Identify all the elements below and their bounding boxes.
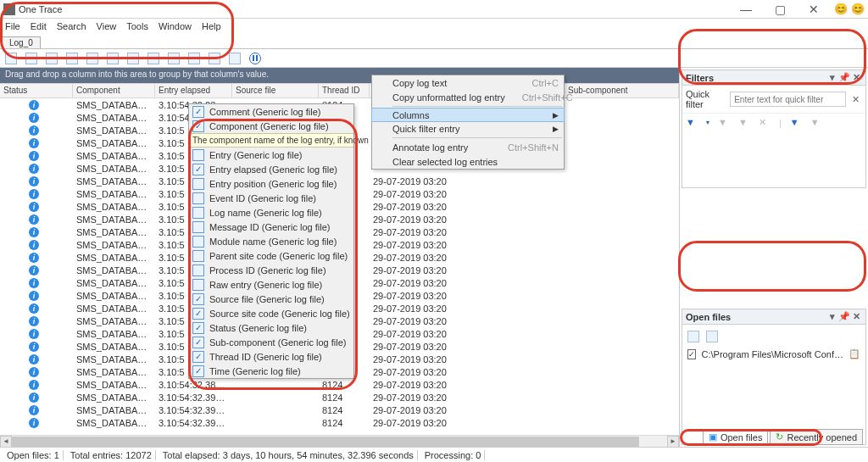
horizontal-scrollbar[interactable]: ◄ ► [0, 435, 679, 447]
toolbar-btn[interactable] [5, 53, 17, 64]
column-toggle-item[interactable]: ✓Entry elapsed (Generic log file) [189, 162, 353, 176]
column-toggle-item[interactable]: ✓Component (Generic log file) [189, 119, 353, 133]
emoji-icon: 😊 [834, 3, 848, 15]
scroll-thumb[interactable] [12, 437, 639, 447]
pause-icon[interactable] [249, 53, 261, 64]
panel-dropdown-icon[interactable]: ▾ [826, 72, 838, 83]
menu-help[interactable]: Help [202, 21, 221, 31]
column-header-row: Status Component Entry elapsed Source fi… [0, 83, 679, 98]
column-toggle-item[interactable]: Parent site code (Generic log file) [189, 248, 353, 263]
toolbar-btn[interactable] [168, 53, 180, 64]
close-button[interactable]: ✕ [797, 1, 831, 18]
toolbar-btn[interactable] [86, 53, 98, 64]
toolbar-btn[interactable] [66, 53, 78, 64]
filter-prev-icon[interactable]: ▼ [718, 117, 730, 129]
toolbar-btn[interactable] [127, 53, 139, 64]
panel-dropdown-icon[interactable]: ▾ [826, 311, 838, 322]
tab-log0[interactable]: Log_0 [2, 36, 41, 48]
table-row[interactable]: iSMS_DATABASE_NO…3.10:54:32.387000081242… [0, 378, 679, 391]
column-toggle-item[interactable]: Event ID (Generic log file) [189, 191, 353, 205]
info-icon: i [29, 278, 39, 288]
filter-icon[interactable]: ▼ [686, 117, 698, 129]
column-toggle-item[interactable]: Message ID (Generic log file) [189, 220, 353, 234]
filter-icon[interactable]: ▼ [790, 117, 802, 129]
column-toggle-item[interactable]: ✓Comment (Generic log file) [189, 104, 353, 119]
filter-next-icon[interactable]: ▼ [738, 117, 750, 129]
info-icon: i [29, 100, 39, 110]
filters-panel: Filters ▾ 📌 ✕ Quick filter ✕ ▼▾ ▼ ▼ ✕ | … [682, 70, 866, 188]
column-toggle-item[interactable]: Process ID (Generic log file) [189, 263, 353, 277]
info-icon: i [29, 367, 39, 377]
maximize-button[interactable]: ▢ [763, 1, 797, 18]
openfiles-toolbar-btn[interactable] [687, 331, 699, 342]
table-row[interactable]: iSMS_DATABASE_NO…3.10:54:32.393000081242… [0, 404, 679, 416]
column-toggle-item[interactable]: ✓Source file (Generic log file) [189, 292, 353, 306]
btab-open-files[interactable]: ▣Open files [703, 429, 769, 445]
scroll-left-icon[interactable]: ◄ [0, 436, 12, 448]
toolbar-btn[interactable] [107, 53, 119, 64]
clear-filter-icon[interactable]: ✕ [849, 94, 862, 105]
menu-search[interactable]: Search [57, 21, 86, 31]
status-total-entries: Total entries: 12072 [67, 450, 156, 460]
quickfilter-input[interactable] [730, 92, 846, 107]
info-icon: i [29, 329, 39, 339]
copy-icon[interactable]: 📋 [849, 348, 860, 359]
menu-window[interactable]: Window [159, 21, 192, 31]
toolbar [0, 49, 868, 68]
panel-pin-icon[interactable]: 📌 [838, 311, 850, 322]
column-toggle-item[interactable]: ✓Thread ID (Generic log file) [189, 349, 353, 364]
filter-icon[interactable]: ▼ [810, 117, 822, 129]
column-toggle-item[interactable]: Raw entry (Generic log file) [189, 277, 353, 292]
columns-submenu[interactable]: ✓Comment (Generic log file)✓Component (G… [188, 103, 354, 379]
toolbar-btn[interactable] [147, 53, 159, 64]
menu-file[interactable]: File [5, 21, 20, 31]
col-source-file[interactable]: Source file [232, 84, 319, 97]
col-entry-elapsed[interactable]: Entry elapsed [155, 84, 232, 97]
menu-edit[interactable]: Edit [31, 21, 47, 31]
btab-recently-opened[interactable]: ↻Recently opened [770, 429, 863, 445]
menu-item[interactable]: Quick filter entry▶ [372, 121, 564, 136]
info-icon: i [29, 303, 39, 314]
toolbar-btn[interactable] [209, 53, 220, 64]
status-open-files: Open files: 1 [3, 450, 64, 460]
column-toggle-item[interactable]: ✓Source site code (Generic log file) [189, 306, 353, 320]
status-processing: Processing: 0 [421, 450, 486, 460]
group-bar[interactable]: Drag and drop a column into this area to… [0, 68, 679, 83]
col-sub-component[interactable]: Sub-component [565, 84, 679, 97]
toolbar-btn[interactable] [229, 53, 241, 64]
openfile-path: C:\Program Files\Microsoft Configurati… [701, 349, 843, 359]
openfile-row[interactable]: ✓ C:\Program Files\Microsoft Configurati… [686, 345, 862, 363]
panel-close-icon[interactable]: ✕ [850, 311, 862, 322]
column-toggle-item[interactable]: ✓Status (Generic log file) [189, 320, 353, 335]
col-thread-id[interactable]: Thread ID [319, 84, 370, 97]
col-component[interactable]: Component [73, 84, 155, 97]
menu-item: Annotate log entryCtrl+Shift+N [372, 140, 564, 154]
menu-view[interactable]: View [97, 21, 117, 31]
column-toggle-item[interactable]: Log name (Generic log file) [189, 205, 353, 220]
menu-item[interactable]: Columns▶ [371, 108, 565, 122]
info-icon: i [29, 342, 39, 352]
minimize-button[interactable]: — [729, 1, 763, 18]
info-icon: i [29, 214, 39, 225]
table-row[interactable]: iSMS_DATABASE_NO…3.10:54:32.390000081242… [0, 391, 679, 404]
column-toggle-item[interactable]: Module name (Generic log file) [189, 234, 353, 248]
info-icon: i [29, 189, 39, 199]
column-toggle-item[interactable]: Entry (Generic log file) [189, 148, 353, 162]
checkbox-icon[interactable]: ✓ [687, 349, 696, 359]
toolbar-btn[interactable] [46, 53, 58, 64]
panel-close-icon[interactable]: ✕ [850, 72, 862, 83]
openfiles-toolbar-btn[interactable] [706, 331, 718, 342]
menu-tools[interactable]: Tools [126, 21, 148, 31]
filter-clear-icon[interactable]: ✕ [759, 117, 771, 129]
table-row[interactable]: iSMS_DATABASE_NO…3.10:54:32.396000081242… [0, 416, 679, 429]
scroll-right-icon[interactable]: ► [667, 436, 679, 448]
context-menu[interactable]: Copy log textCtrl+CCopy unformatted log … [371, 75, 565, 170]
column-toggle-item[interactable]: ✓Sub-component (Generic log file) [189, 335, 353, 349]
column-toggle-item[interactable]: ✓Time (Generic log file) [189, 364, 353, 378]
col-status[interactable]: Status [0, 84, 73, 97]
toolbar-btn[interactable] [25, 53, 37, 64]
column-toggle-item[interactable]: Entry position (Generic log file) [189, 176, 353, 191]
panel-pin-icon[interactable]: 📌 [838, 72, 850, 83]
toolbar-btn[interactable] [188, 53, 200, 64]
emoji-icon: 😊 [851, 3, 865, 15]
